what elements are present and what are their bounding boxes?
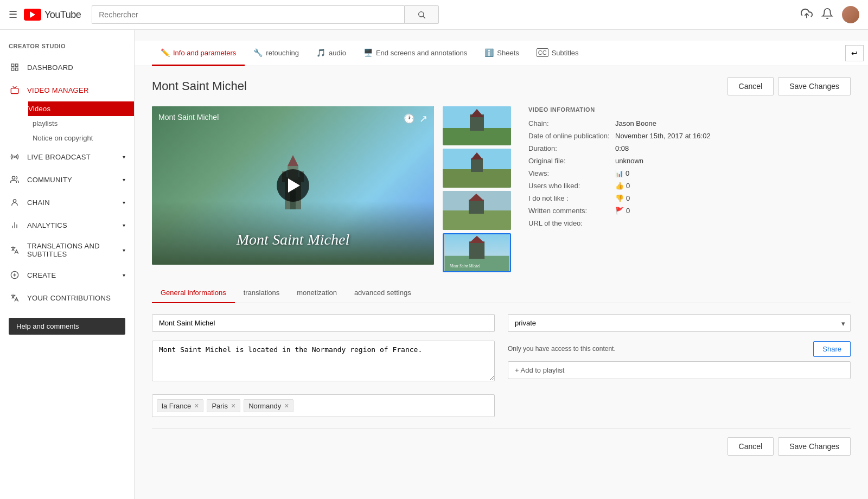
analytics-label: ANALYTICS <box>27 221 123 229</box>
logo-text: YouTube <box>44 9 81 21</box>
thumbnails-panel: Mont Saint Michel <box>443 106 511 272</box>
subtitles-tab-icon: CC <box>537 48 548 57</box>
page-title: Mont Saint Michel <box>152 79 247 93</box>
liked-info-label: Users who liked: <box>528 182 615 190</box>
info-row-comments: Written comments: 🚩 0 <box>528 207 851 215</box>
tag-label-normandy: Normandy <box>248 402 281 410</box>
tag-remove-normandy[interactable]: × <box>284 402 289 410</box>
svg-point-8 <box>14 156 16 158</box>
save-button-bottom[interactable]: Save Changes <box>778 437 851 456</box>
video-info-title: VIDEO INFORMATION <box>528 106 851 113</box>
svg-rect-5 <box>15 68 18 71</box>
tag-paris: Paris × <box>207 399 240 412</box>
sidebar-item-playlists[interactable]: playlists <box>28 116 134 131</box>
play-button[interactable] <box>277 169 309 202</box>
liked-info-value: 👍 0 <box>615 182 851 190</box>
form-col-privacy: private public unlisted ▾ <box>508 314 851 332</box>
logo[interactable]: YouTube <box>24 9 81 21</box>
sidebar-item-chain[interactable]: CHAIN ▾ <box>0 191 134 214</box>
video-manager-label: VIDEO MANAGER <box>27 86 125 94</box>
app-body: CREATOR STUDIO DASHBOARD VIDEO MANAGER V… <box>0 30 868 499</box>
sidebar-item-community[interactable]: COMMUNITY ▾ <box>0 168 134 191</box>
tab-subtitles[interactable]: CC Subtitles <box>528 41 588 66</box>
clock-icon[interactable]: 🕐 <box>403 113 415 125</box>
dashboard-label: DASHBOARD <box>27 63 125 72</box>
sidebar-item-dashboard[interactable]: DASHBOARD <box>0 56 134 79</box>
share-button[interactable]: Share <box>813 341 851 357</box>
sub-tab-translations[interactable]: translations <box>235 283 288 303</box>
svg-rect-7 <box>11 88 18 94</box>
help-button[interactable]: Help and comments <box>9 318 125 335</box>
cancel-button-bottom[interactable]: Cancel <box>727 437 774 456</box>
hamburger-icon[interactable]: ☰ <box>9 9 17 21</box>
tab-sheets[interactable]: ℹ️ Sheets <box>476 41 527 66</box>
upload-icon[interactable] <box>801 8 813 22</box>
notifications-icon[interactable] <box>821 8 833 22</box>
sidebar-item-create[interactable]: CREATE ▾ <box>0 264 134 286</box>
tab-info[interactable]: ✏️ Info and parameters <box>152 41 245 66</box>
search-button[interactable] <box>404 5 439 24</box>
tag-remove-paris[interactable]: × <box>231 402 235 410</box>
dashboard-icon <box>9 61 21 73</box>
sidebar-item-notice[interactable]: Notice on copyright <box>28 131 134 145</box>
dislike-info-label: I do not like : <box>528 194 615 202</box>
tag-label-paris: Paris <box>212 402 228 410</box>
title-input[interactable] <box>152 314 495 332</box>
share-video-icon[interactable]: ↗ <box>419 113 427 125</box>
tag-remove-la-france[interactable]: × <box>194 402 199 410</box>
date-info-label: Date of online publication: <box>528 132 615 140</box>
date-info-value: November 15th, 2017 at 16:02 <box>615 132 851 140</box>
sub-tab-general[interactable]: General informations <box>152 283 235 303</box>
info-row-original: Original file: unknown <box>528 157 851 165</box>
thumb-bg-1 <box>443 106 511 145</box>
info-tab-icon: ✏️ <box>161 48 170 57</box>
video-overlay-text: Mont Saint Michel <box>237 231 349 248</box>
sidebar-item-translations[interactable]: TRANSLATIONS AND SUBTITLES ▾ <box>0 236 134 264</box>
thumbnail-1[interactable] <box>443 106 511 145</box>
privacy-select[interactable]: private public unlisted <box>508 314 851 332</box>
thumb-bg-2 <box>443 149 511 188</box>
svg-text:Mont Saint Michel: Mont Saint Michel <box>449 264 480 268</box>
add-playlist-button[interactable]: + Add to playlist <box>508 361 851 379</box>
thumbnail-4[interactable]: Mont Saint Michel <box>443 233 511 272</box>
tab-end-screens[interactable]: 🖥️ End screens and annotations <box>355 41 476 66</box>
chain-info-label: Chain: <box>528 119 615 127</box>
analytics-chevron: ▾ <box>123 222 125 228</box>
tab-audio[interactable]: 🎵 audio <box>308 41 355 66</box>
cancel-button-top[interactable]: Cancel <box>727 77 774 95</box>
description-textarea[interactable]: Mont Saint Michel is located in the Norm… <box>152 341 495 381</box>
create-icon <box>9 269 21 281</box>
original-info-label: Original file: <box>528 157 615 165</box>
thumbnail-3[interactable] <box>443 191 511 230</box>
sidebar-item-analytics[interactable]: ANALYTICS ▾ <box>0 214 134 236</box>
tab-back-button[interactable]: ↩ <box>845 45 864 61</box>
video-player[interactable]: Mont Saint Michel 🕐 ↗ Mont Saint Michel <box>152 106 434 265</box>
form-row-desc: Mont Saint Michel is located in the Norm… <box>152 341 851 386</box>
tab-retouching[interactable]: 🔧 retouching <box>245 41 308 66</box>
sub-tab-monetization[interactable]: monetization <box>288 283 346 303</box>
avatar[interactable] <box>842 6 859 23</box>
privacy-note: Only you have access to this content. <box>508 345 616 353</box>
form-row-tags: la France × Paris × Normandy × <box>152 394 851 417</box>
save-button-top[interactable]: Save Changes <box>778 77 851 95</box>
search-input[interactable] <box>92 5 404 24</box>
translations-chevron: ▾ <box>123 247 125 253</box>
sidebar-item-video-manager[interactable]: VIDEO MANAGER <box>0 79 134 101</box>
svg-rect-4 <box>15 64 18 67</box>
info-row-views: Views: 📊 0 <box>528 169 851 177</box>
tag-la-france: la France × <box>157 399 203 412</box>
thumbnail-2[interactable] <box>443 149 511 188</box>
sidebar-item-live-broadcast[interactable]: LIVE BROADCAST ▾ <box>0 145 134 168</box>
thumbsup-icon: 👍 <box>615 182 624 190</box>
svg-rect-33 <box>469 200 484 214</box>
info-row-url: URL of the video: <box>528 219 851 227</box>
sidebar-item-videos[interactable]: Videos <box>28 101 134 116</box>
sidebar-item-contributions[interactable]: YOUR CONTRIBUTIONS <box>0 286 134 309</box>
svg-rect-6 <box>11 68 14 71</box>
add-playlist-row: + Add to playlist <box>508 361 851 379</box>
chain-info-value: Jason Boone <box>615 119 851 127</box>
community-icon <box>9 174 21 185</box>
header-actions: Cancel Save Changes <box>727 77 851 95</box>
tags-input[interactable]: la France × Paris × Normandy × <box>152 394 495 417</box>
sub-tab-advanced[interactable]: advanced settings <box>346 283 420 303</box>
